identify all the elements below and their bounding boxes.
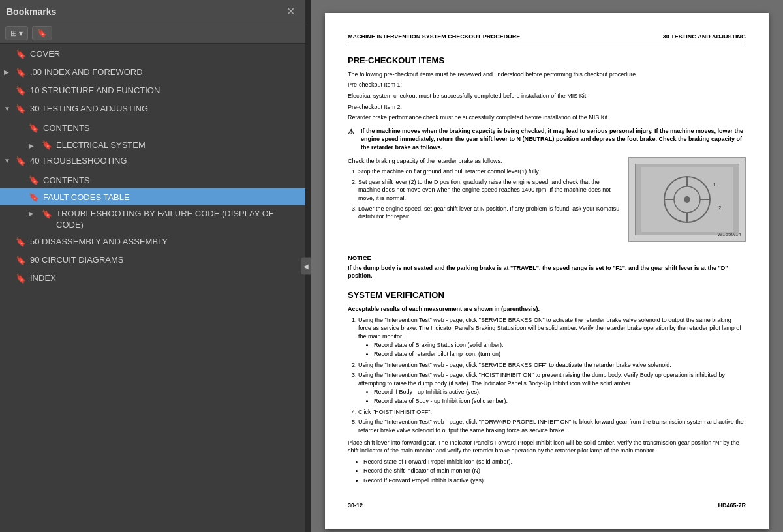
expand-placeholder bbox=[4, 273, 14, 282]
sv-extra-text: Place shift lever into forward gear. The… bbox=[348, 439, 746, 455]
bookmark-icon: 🔖 bbox=[16, 85, 26, 96]
sidebar-item-index-foreword[interactable]: ▶ 🔖 .00 INDEX AND FOREWORD bbox=[0, 65, 305, 83]
expand-placeholder bbox=[4, 237, 14, 245]
sv-step-4: Click "HOIST INHIBIT OFF". bbox=[358, 408, 746, 417]
pre-checkout-item2-text: Retarder brake performance check must be… bbox=[348, 113, 746, 122]
retarder-diagram: 1 2 bbox=[641, 167, 733, 232]
bookmark-icon: 🔖 bbox=[29, 123, 39, 133]
sv-bullet: Record state of Braking Status icon (sol… bbox=[374, 341, 746, 349]
sidebar-item-fault-codes[interactable]: 🔖 FAULT CODES TABLE bbox=[0, 188, 305, 205]
sidebar-item-label: FAULT CODES TABLE bbox=[43, 192, 130, 202]
main-content: MACHINE INTERVENTION SYSTEM CHECKOUT PRO… bbox=[311, 0, 783, 532]
sidebar-item-cover[interactable]: 🔖 COVER bbox=[0, 46, 305, 65]
notice-box: NOTICE If the dump body is not seated an… bbox=[348, 254, 746, 280]
sidebar-item-testing-contents[interactable]: 🔖 CONTENTS bbox=[0, 119, 305, 136]
sv-step-2: Using the "Intervention Test" web - page… bbox=[358, 361, 746, 370]
sidebar-resizer[interactable]: ◀ bbox=[305, 0, 311, 532]
sidebar-item-label: INDEX bbox=[30, 273, 300, 284]
sidebar-item-index-end[interactable]: 🔖 INDEX bbox=[0, 271, 305, 289]
bookmark-icon: 🔖 bbox=[29, 175, 39, 185]
svg-text:1: 1 bbox=[713, 182, 716, 188]
sv-intro: Acceptable results of each measurement a… bbox=[348, 305, 746, 314]
sidebar-item-label: 10 STRUCTURE AND FUNCTION bbox=[30, 85, 300, 96]
sidebar-item-label: ELECTRICAL SYSTEM bbox=[56, 140, 146, 150]
sidebar-item-label: .00 INDEX AND FOREWORD bbox=[30, 67, 300, 78]
sidebar-item-testing[interactable]: ▼ 🔖 30 TESTING AND ADJUSTING bbox=[0, 101, 305, 119]
sv-step-3-bullets: Record if Body - up Inhibit is active (y… bbox=[374, 388, 746, 406]
sidebar-item-label: COVER bbox=[30, 49, 300, 60]
bookmark-icon: 🔖 bbox=[16, 49, 26, 59]
expand-icon: ▶ bbox=[4, 67, 14, 76]
sv-bullet: Record state of Body - up Inhibit icon (… bbox=[374, 397, 746, 406]
expand-placeholder bbox=[4, 49, 14, 57]
expand-icon: ▶ bbox=[29, 141, 39, 149]
bookmark-icon: 🔖 bbox=[16, 255, 26, 265]
sv-steps-list: Using the "Intervention Test" web - page… bbox=[358, 316, 746, 435]
bookmark-icon: 🔖 bbox=[16, 67, 26, 78]
grid-icon: ⊞ bbox=[10, 29, 17, 38]
doc-header: MACHINE INTERVENTION SYSTEM CHECKOUT PRO… bbox=[348, 33, 746, 44]
bookmark-icon: 🔖 bbox=[42, 140, 52, 150]
sidebar-item-troubleshooting-failure[interactable]: ▶ 🔖 TROUBLESHOOTING BY FAILURE CODE (DIS… bbox=[0, 205, 305, 234]
sv-step-3: Using the "Intervention Test" web - page… bbox=[358, 371, 746, 405]
section1-title: PRE-CHECKOUT ITEMS bbox=[348, 55, 746, 66]
image-inner: 1 2 bbox=[635, 164, 739, 235]
sidebar: Bookmarks ✕ ⊞ ▾ 🔖 🔖 COVER ▶ 🔖 .00 INDEX … bbox=[0, 0, 305, 532]
doc-header-left: MACHINE INTERVENTION SYSTEM CHECKOUT PRO… bbox=[348, 33, 520, 41]
warning-icon: ⚠ bbox=[348, 127, 357, 137]
sidebar-title: Bookmarks bbox=[7, 7, 56, 17]
sv-step-1: Using the "Intervention Test" web - page… bbox=[358, 316, 746, 359]
doc-header-right: 30 TESTING AND ADJUSTING bbox=[663, 33, 746, 41]
bookmark-icon: 🔖 bbox=[16, 237, 26, 247]
doc-footer: 30-12 HD465-7R bbox=[348, 497, 746, 510]
expand-icon: ▶ bbox=[29, 209, 39, 217]
sidebar-tree: 🔖 COVER ▶ 🔖 .00 INDEX AND FOREWORD 🔖 10 … bbox=[0, 44, 305, 532]
image-label: W1550/14 bbox=[718, 231, 741, 238]
warning-box: ⚠ If the machine moves when the braking … bbox=[348, 127, 746, 152]
section2-title: SYSTEM VERIFICATION bbox=[348, 289, 746, 301]
item2-label: Pre-checkout Item 2: bbox=[348, 104, 402, 110]
bookmark-icon: 🔖 bbox=[16, 104, 26, 114]
sidebar-item-disassembly[interactable]: 🔖 50 DISASSEMBLY AND ASSEMBLY bbox=[0, 234, 305, 252]
collapse-sidebar-icon[interactable]: ◀ bbox=[301, 258, 311, 275]
sv-final-bullet-3: Record if Forward Propel Inhibit is acti… bbox=[363, 477, 746, 485]
svg-point-3 bbox=[684, 196, 690, 203]
expand-placeholder bbox=[4, 255, 14, 263]
notice-text: If the dump body is not seated and the p… bbox=[348, 264, 746, 280]
warning-text: If the machine moves when the braking ca… bbox=[361, 127, 746, 152]
collapse-icon: ▼ bbox=[4, 156, 14, 164]
expand-placeholder bbox=[4, 85, 14, 94]
sv-bullet: Record state of retarder pilot lamp icon… bbox=[374, 350, 746, 359]
collapse-icon: ▼ bbox=[4, 104, 14, 112]
chevron-down-icon: ▾ bbox=[19, 29, 23, 38]
item1-label: Pre-checkout Item 1: bbox=[348, 81, 402, 88]
sv-final-bullet-1: Record state of Forward Propel Inhibit i… bbox=[363, 458, 746, 466]
sidebar-item-troubleshooting-contents[interactable]: 🔖 CONTENTS bbox=[0, 171, 305, 188]
document-page: MACHINE INTERVENTION SYSTEM CHECKOUT PRO… bbox=[325, 13, 769, 529]
svg-text:2: 2 bbox=[718, 205, 722, 211]
sidebar-item-structure[interactable]: 🔖 10 STRUCTURE AND FUNCTION bbox=[0, 83, 305, 101]
pre-checkout-item1-label: Pre-checkout Item 1: bbox=[348, 81, 746, 89]
bookmark-icon: 🔖 bbox=[42, 209, 52, 219]
procedure-image: 1 2 W1550/14 bbox=[628, 157, 746, 242]
sidebar-item-circuit-diagrams[interactable]: 🔖 90 CIRCUIT DIAGRAMS bbox=[0, 252, 305, 271]
bookmark-icon: 🔖 bbox=[16, 273, 26, 284]
sv-step-1-bullets: Record state of Braking Status icon (sol… bbox=[374, 341, 746, 359]
sv-final-bullets: Record state of Forward Propel Inhibit i… bbox=[363, 458, 746, 485]
steps-section: 1 2 W1550/14 Check the braking capacity … bbox=[348, 157, 746, 247]
sidebar-item-troubleshooting[interactable]: ▼ 🔖 40 TROUBLESHOOTING bbox=[0, 153, 305, 171]
notice-title: NOTICE bbox=[348, 254, 746, 262]
bookmark-button[interactable]: 🔖 bbox=[32, 26, 52, 40]
bookmark-icon: 🔖 bbox=[16, 156, 26, 166]
pre-checkout-item1-text: Electrical system checkout must be succe… bbox=[348, 92, 746, 100]
sidebar-toolbar: ⊞ ▾ 🔖 bbox=[0, 23, 305, 44]
pre-checkout-item2-label: Pre-checkout Item 2: bbox=[348, 103, 746, 111]
pre-checkout-intro: The following pre-checkout items must be… bbox=[348, 70, 746, 79]
close-icon[interactable]: ✕ bbox=[283, 4, 299, 19]
sidebar-header: Bookmarks ✕ bbox=[0, 0, 305, 23]
view-options-button[interactable]: ⊞ ▾ bbox=[5, 26, 28, 40]
sidebar-item-label: 40 TROUBLESHOOTING bbox=[30, 156, 300, 167]
sidebar-item-electrical-system[interactable]: ▶ 🔖 ELECTRICAL SYSTEM bbox=[0, 136, 305, 153]
sidebar-item-label: CONTENTS bbox=[43, 123, 90, 133]
bookmark-icon: 🔖 bbox=[37, 29, 47, 38]
